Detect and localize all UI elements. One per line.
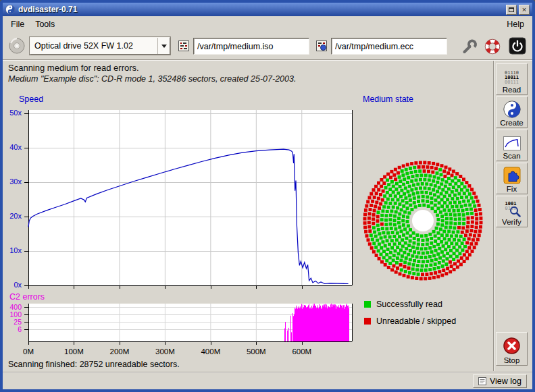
stop-button-label: Stop <box>504 356 520 364</box>
toolbar: Optical drive 52X FW 1.02 <box>3 32 532 59</box>
preferences-wrench-icon[interactable] <box>461 38 478 55</box>
legend-successfully-read: Successfully read <box>364 300 442 309</box>
fix-button[interactable]: Fix <box>496 163 528 194</box>
speed-y-tick-label: 0x <box>3 281 22 289</box>
speed-y-tick-label: 40x <box>3 143 22 151</box>
chart-scan-icon <box>503 136 521 150</box>
lifebuoy-help-icon[interactable] <box>484 38 501 55</box>
scan-result-status: Scanning finished: 28752 unreadable sect… <box>8 360 180 369</box>
medium-state-title: Medium state <box>363 94 413 104</box>
verify-button-label: Verify <box>502 218 521 226</box>
x-axis-tick-label: 300M <box>150 347 180 356</box>
speed-y-tick-label: 20x <box>3 212 22 220</box>
scan-button[interactable]: Scan <box>496 130 528 161</box>
drive-selector-value: Optical drive 52X FW 1.02 <box>30 41 157 51</box>
maximize-icon <box>509 7 514 12</box>
red-swatch <box>364 318 371 325</box>
status-heading: Scanning medium for read errors. <box>8 63 139 73</box>
drive-selector[interactable]: Optical drive 52X FW 1.02 <box>30 37 170 55</box>
scan-button-label: Scan <box>503 152 520 160</box>
speed-chart <box>24 109 357 290</box>
fix-button-label: Fix <box>507 185 517 193</box>
x-axis-tick-label: 200M <box>105 347 134 356</box>
x-axis-tick-label: 600M <box>287 347 317 356</box>
bottom-bar: View log <box>3 372 532 389</box>
speed-y-tick-label: 30x <box>3 177 22 186</box>
verify-button[interactable]: 1001 0110 Verify <box>496 196 528 227</box>
binary-read-icon: 01110 10011 00111 <box>505 71 519 85</box>
view-log-button[interactable]: View log <box>473 374 527 388</box>
puzzle-fix-icon <box>503 167 521 184</box>
legend-unreadable-label: Unreadable / skipped <box>376 316 456 326</box>
chevron-down-icon <box>161 45 167 48</box>
medium-state-disc <box>359 157 487 285</box>
window-title: dvdisaster-0.71 <box>18 5 77 14</box>
menu-file[interactable]: File <box>5 18 30 31</box>
c2-errors-chart <box>24 304 357 347</box>
x-axis-tick-label: 400M <box>196 347 226 356</box>
titlebar[interactable]: dvdisaster-0.71 × <box>3 3 532 16</box>
close-icon: × <box>522 6 526 13</box>
x-axis-tick-label: 500M <box>241 347 271 356</box>
ecc-path-input[interactable] <box>331 38 447 55</box>
iso-image-icon <box>178 40 189 51</box>
app-yinyang-icon <box>5 5 15 14</box>
chart-area: Speed C2 errors Medium state Successfull… <box>3 90 496 359</box>
yinyang-create-icon <box>503 101 521 118</box>
menu-tools[interactable]: Tools <box>30 18 60 31</box>
speed-chart-title: Speed <box>19 94 43 104</box>
green-swatch <box>364 301 371 308</box>
view-log-label: View log <box>490 376 521 386</box>
drive-icon <box>8 37 26 55</box>
dropdown-arrow-box <box>157 38 170 54</box>
power-quit-icon[interactable] <box>508 36 527 55</box>
log-icon <box>478 377 486 385</box>
speed-y-tick-label: 50x <box>3 109 22 117</box>
maximize-button[interactable] <box>506 5 517 15</box>
menubar: File Tools Help <box>3 16 532 32</box>
sidebar-separator <box>493 61 494 371</box>
binary-magnifier-verify-icon: 1001 0110 <box>503 201 521 217</box>
menu-help[interactable]: Help <box>501 18 530 31</box>
legend-unreadable-skipped: Unreadable / skipped <box>364 316 456 326</box>
create-button[interactable]: Create <box>496 96 528 128</box>
c2-errors-chart-title: C2 errors <box>9 292 45 302</box>
x-axis-tick-label: 0M <box>14 347 43 356</box>
speed-y-tick-label: 10x <box>3 246 22 254</box>
app-window: dvdisaster-0.71 × File Tools Help Optica… <box>0 0 535 392</box>
ecc-file-icon <box>316 40 327 51</box>
separator <box>3 59 532 61</box>
stop-button[interactable]: Stop <box>496 332 528 366</box>
create-button-label: Create <box>500 119 524 127</box>
c2-y-tick-label: 6 <box>3 325 22 333</box>
medium-info: Medium "Example disc": CD-R mode 1, 3524… <box>8 74 296 84</box>
stop-x-icon <box>503 337 521 355</box>
read-button[interactable]: 01110 10011 00111 Read <box>496 63 528 95</box>
read-button-label: Read <box>503 86 521 94</box>
x-axis-tick-label: 100M <box>59 347 88 356</box>
close-button[interactable]: × <box>519 5 530 15</box>
iso-path-input[interactable] <box>193 38 309 55</box>
legend-success-label: Successfully read <box>376 300 442 309</box>
